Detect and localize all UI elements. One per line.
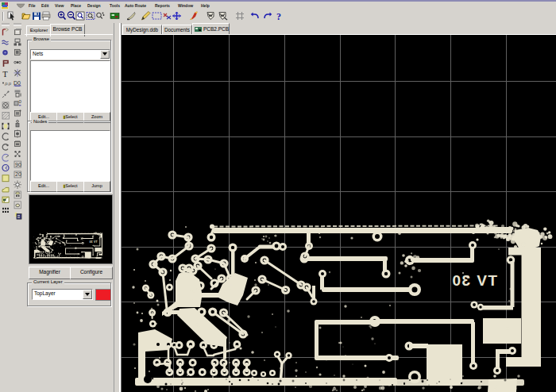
svg-text:TV 30: TV 30 [451,272,497,289]
svg-text:0: 0 [19,99,22,104]
svg-text:T: T [2,70,8,79]
svg-text:,p,p: ,p,p [4,81,11,86]
svg-text:?: ? [276,11,281,22]
svg-text:20: 20 [15,171,21,177]
svg-text:D0: D0 [14,80,21,86]
svg-text:90: 90 [15,162,21,167]
